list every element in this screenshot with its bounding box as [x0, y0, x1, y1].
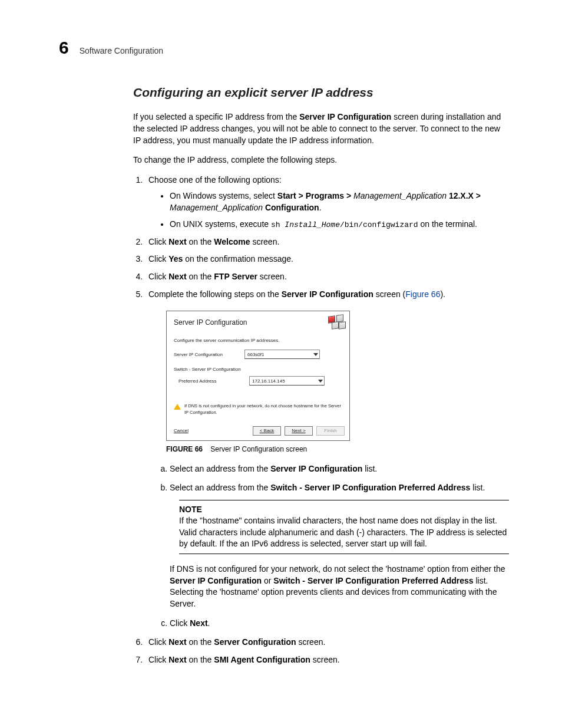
body: Configuring an explicit server IP addres… — [133, 84, 509, 666]
chevron-down-icon — [318, 380, 323, 383]
page-header: 6 Software Configuration — [59, 35, 509, 60]
dialog-instruction: Configure the server communication IP ad… — [174, 337, 342, 344]
figure-xref[interactable]: Figure 66 — [405, 289, 440, 299]
step-5b: Select an address from the Switch - Serv… — [170, 482, 509, 610]
section-heading: Configuring an explicit server IP addres… — [133, 84, 509, 101]
intro-para-1: If you selected a specific IP address fr… — [133, 111, 509, 146]
server-ip-label: Server IP Configuration — [174, 351, 244, 358]
step-3: Click Yes on the confirmation message. — [145, 253, 509, 265]
step-4: Click Next on the FTP Server screen. — [145, 271, 509, 283]
chevron-down-icon — [313, 353, 318, 356]
chapter-title: Software Configuration — [80, 45, 163, 57]
step-7: Click Next on the SMI Agent Configuratio… — [145, 654, 509, 666]
step-5c: Click Next. — [170, 618, 509, 630]
switch-section-label: Switch - Server IP Configuration — [174, 366, 342, 373]
next-button[interactable]: Next > — [285, 426, 313, 435]
dns-advice: If DNS is not configured for your networ… — [170, 564, 509, 610]
warning-icon — [174, 404, 181, 410]
server-ip-dropdown[interactable]: 663s0f1 — [244, 350, 320, 359]
cancel-button[interactable]: Cancel — [174, 427, 189, 434]
step-1-unix: On UNIX systems, execute sh Install_Home… — [170, 219, 509, 230]
note-block: NOTE If the "hostname" contains invalid … — [179, 500, 509, 554]
figure-caption: FIGURE 66 Server IP Configuration screen — [166, 444, 509, 454]
figure-66: Server IP Configuration Configure the se… — [166, 311, 509, 454]
step-5: Complete the following steps on the Serv… — [145, 289, 509, 630]
step-5a: Select an address from the Server IP Con… — [170, 463, 509, 475]
step-2: Click Next on the Welcome screen. — [145, 236, 509, 248]
preferred-address-dropdown[interactable]: 172.16.114.145 — [249, 376, 325, 386]
step-1: Choose one of the following options: On … — [145, 174, 509, 230]
dialog-title: Server IP Configuration — [174, 318, 247, 328]
chapter-number: 6 — [59, 35, 69, 60]
steps-list: Choose one of the following options: On … — [133, 174, 509, 666]
step-1-windows: On Windows systems, select Start > Progr… — [170, 190, 509, 213]
step-6: Click Next on the Server Configuration s… — [145, 637, 509, 648]
preferred-address-label: Preferred Address — [178, 378, 249, 384]
dns-warning: If DNS is not configured in your network… — [174, 403, 342, 416]
finish-button: Finish — [316, 426, 345, 435]
dialog-server-ip: Server IP Configuration Configure the se… — [166, 311, 350, 441]
intro-para-2: To change the IP address, complete the f… — [133, 154, 509, 166]
network-cubes-icon — [328, 316, 343, 329]
back-button[interactable]: < Back — [253, 426, 281, 435]
